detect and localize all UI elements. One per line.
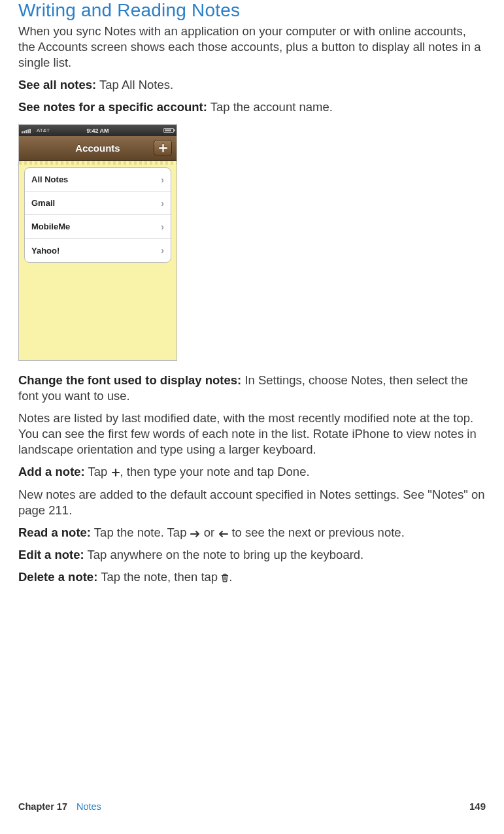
chevron-right-icon: ›: [161, 175, 164, 185]
list-item-label: Gmail: [31, 198, 55, 208]
list-item-all-notes[interactable]: All Notes ›: [25, 168, 171, 192]
add-note-label: Add a note:: [18, 465, 85, 478]
section-heading: Writing and Reading Notes: [18, 0, 486, 21]
read-note-before: Tap the note. Tap: [94, 525, 190, 539]
delete-note-after: .: [229, 570, 232, 584]
list-item-label: MobileMe: [31, 222, 70, 231]
page-footer: Chapter 17 Notes 149: [18, 801, 486, 812]
nav-bar: Accounts: [19, 136, 176, 161]
delete-note-before: Tap the note, then tap: [101, 570, 221, 584]
nav-title: Accounts: [75, 142, 120, 154]
plus-icon: [111, 468, 120, 477]
read-note-line: Read a note: Tap the note. Tap or to see…: [18, 525, 486, 541]
carrier-label: AT&T: [37, 127, 50, 133]
plus-icon: [159, 144, 167, 152]
see-all-label: See all notes:: [18, 78, 96, 92]
edit-note-line: Edit a note: Tap anywhere on the note to…: [18, 547, 486, 563]
list-item-label: Yahoo!: [31, 246, 59, 256]
battery-icon: [163, 128, 174, 133]
see-all-notes-line: See all notes: Tap All Notes.: [18, 77, 486, 93]
add-note-after: , then type your note and tap Done.: [120, 465, 310, 478]
accounts-list: All Notes › Gmail › MobileMe › Yahoo! ›: [24, 167, 171, 263]
change-font-line: Change the font used to display notes: I…: [18, 373, 486, 404]
accounts-screenshot: AT&T 9:42 AM Accounts All Notes › Gmail …: [18, 124, 177, 361]
list-item-yahoo[interactable]: Yahoo! ›: [25, 239, 171, 262]
edit-note-text: Tap anywhere on the note to bring up the…: [88, 548, 364, 561]
add-note-line: Add a note: Tap , then type your note an…: [18, 464, 486, 480]
page-number: 149: [469, 801, 486, 812]
see-all-text: Tap All Notes.: [99, 78, 173, 92]
list-item-mobileme[interactable]: MobileMe ›: [25, 215, 171, 239]
change-font-label: Change the font used to display notes:: [18, 373, 241, 387]
list-item-label: All Notes: [31, 175, 68, 184]
arrow-right-icon: [190, 530, 201, 538]
listing-paragraph: Notes are listed by last modified date, …: [18, 410, 486, 458]
see-specific-label: See notes for a specific account:: [18, 100, 207, 114]
intro-paragraph: When you sync Notes with an application …: [18, 24, 486, 71]
read-note-mid: or: [201, 525, 218, 539]
trash-icon: [221, 573, 229, 582]
see-specific-line: See notes for a specific account: Tap th…: [18, 99, 486, 115]
delete-note-label: Delete a note:: [18, 570, 97, 584]
status-bar: AT&T 9:42 AM: [19, 125, 176, 136]
chevron-right-icon: ›: [161, 198, 164, 208]
status-time: 9:42 AM: [86, 127, 109, 134]
signal-icon: [22, 128, 35, 133]
chevron-right-icon: ›: [161, 245, 164, 256]
add-note-before: Tap: [88, 465, 111, 478]
chapter-label: Chapter 17: [18, 801, 67, 812]
chapter-title-link[interactable]: Notes: [76, 801, 101, 812]
footer-left: Chapter 17 Notes: [18, 801, 101, 812]
document-page: Writing and Reading Notes When you sync …: [0, 0, 504, 585]
see-specific-text: Tap the account name.: [210, 100, 333, 114]
add-note-button[interactable]: [154, 140, 172, 156]
arrow-left-icon: [218, 530, 228, 538]
list-item-gmail[interactable]: Gmail ›: [25, 192, 171, 215]
edit-note-label: Edit a note:: [18, 548, 84, 561]
read-note-after: to see the next or previous note.: [228, 525, 404, 539]
delete-note-line: Delete a note: Tap the note, then tap .: [18, 569, 486, 585]
new-notes-paragraph: New notes are added to the default accou…: [18, 487, 486, 518]
chevron-right-icon: ›: [161, 222, 164, 232]
notes-paper-area: All Notes › Gmail › MobileMe › Yahoo! ›: [19, 161, 176, 360]
read-note-label: Read a note:: [18, 525, 91, 539]
